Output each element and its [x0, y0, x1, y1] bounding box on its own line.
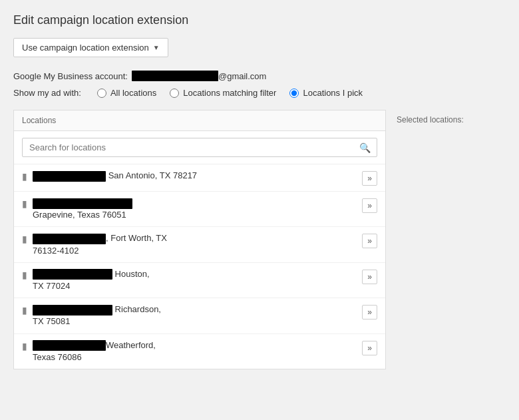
redacted [33, 269, 112, 280]
add-location-button[interactable]: » [362, 198, 377, 213]
selected-locations-label: Selected locations: [397, 115, 464, 124]
list-item: ▮ , Fort Worth, TX 76132-4102 » [14, 227, 385, 262]
location-details: Grapevine, Texas 76051 [33, 197, 357, 221]
radio-filter[interactable]: Locations matching filter [170, 88, 276, 98]
location-text: Grapevine, Texas 76051 [33, 210, 126, 220]
selected-panel: Selected locations: [386, 110, 474, 369]
location-icon: ▮ [22, 305, 27, 315]
radio-pick-input[interactable] [289, 89, 299, 98]
search-box-wrapper: 🔍 [14, 131, 385, 164]
add-location-button[interactable]: » [362, 270, 377, 284]
list-item: ▮ Houston, TX 77024 » [14, 263, 385, 298]
location-text: San Antonio, TX 78217 [108, 170, 197, 180]
add-location-button[interactable]: » [362, 305, 377, 319]
redacted [33, 305, 112, 315]
location-icon: ▮ [22, 234, 27, 244]
radio-all-input[interactable] [97, 89, 106, 98]
list-item: ▮ Richardson, TX 75081 » [14, 298, 385, 333]
list-item: ▮ Grapevine, Texas 76051 » [14, 192, 385, 227]
radio-pick-label: Locations I pick [303, 88, 363, 98]
main-content: Locations 🔍 ▮ San Antonio, TX 78217 » ▮ [13, 110, 506, 369]
location-icon: ▮ [22, 270, 27, 280]
gmb-email-suffix: @gmail.com [218, 71, 266, 81]
gmb-row: Google My Business account: @gmail.com [13, 71, 506, 81]
location-text-line1: Weatherford, [106, 340, 156, 350]
radio-all-label: All locations [110, 88, 156, 98]
radio-all-locations[interactable]: All locations [97, 88, 156, 98]
location-text-line2: TX 77024 [33, 281, 70, 291]
chevron-down-icon: ▼ [153, 44, 160, 51]
show-ad-row: Show my ad with: All locations Locations… [13, 88, 506, 98]
redacted [33, 171, 106, 182]
gmb-label: Google My Business account: [13, 71, 128, 81]
list-item: ▮ San Antonio, TX 78217 » [14, 164, 385, 192]
redacted [33, 234, 106, 244]
location-text-line2: Texas 76086 [33, 352, 82, 362]
dropdown-button[interactable]: Use campaign location extension ▼ [13, 38, 168, 57]
location-list: ▮ San Antonio, TX 78217 » ▮ Grapevine, T… [14, 164, 385, 369]
location-icon: ▮ [22, 198, 27, 209]
location-details: , Fort Worth, TX 76132-4102 [33, 232, 357, 256]
location-details: Houston, TX 77024 [33, 268, 357, 292]
show-ad-label: Show my ad with: [13, 88, 81, 98]
redacted [33, 198, 132, 209]
location-text-line2: TX 75081 [33, 316, 70, 326]
locations-panel: Locations 🔍 ▮ San Antonio, TX 78217 » ▮ [13, 110, 386, 369]
location-text-line1: , Fort Worth, TX [106, 233, 167, 243]
add-location-button[interactable]: » [362, 341, 377, 355]
search-input[interactable] [22, 138, 377, 157]
list-item: ▮ Weatherford, Texas 76086 » [14, 334, 385, 369]
radio-filter-input[interactable] [170, 89, 179, 98]
location-text-line2: 76132-4102 [33, 246, 79, 256]
radio-filter-label: Locations matching filter [183, 88, 276, 98]
location-details: Weatherford, Texas 76086 [33, 339, 357, 363]
location-text-line1: Houston, [112, 269, 150, 279]
radio-pick[interactable]: Locations I pick [289, 88, 363, 98]
add-location-button[interactable]: » [362, 171, 377, 186]
page-title: Edit campaign location extension [13, 13, 506, 27]
redacted [33, 340, 106, 351]
location-icon: ▮ [22, 171, 27, 182]
location-text-line1: Richardson, [112, 304, 161, 314]
locations-header: Locations [14, 110, 385, 131]
gmb-redacted [132, 71, 218, 81]
search-icon: 🔍 [359, 142, 371, 153]
location-icon: ▮ [22, 341, 27, 351]
location-details: San Antonio, TX 78217 [33, 170, 357, 182]
location-details: Richardson, TX 75081 [33, 304, 357, 327]
dropdown-label: Use campaign location extension [22, 43, 149, 53]
add-location-button[interactable]: » [362, 234, 377, 248]
